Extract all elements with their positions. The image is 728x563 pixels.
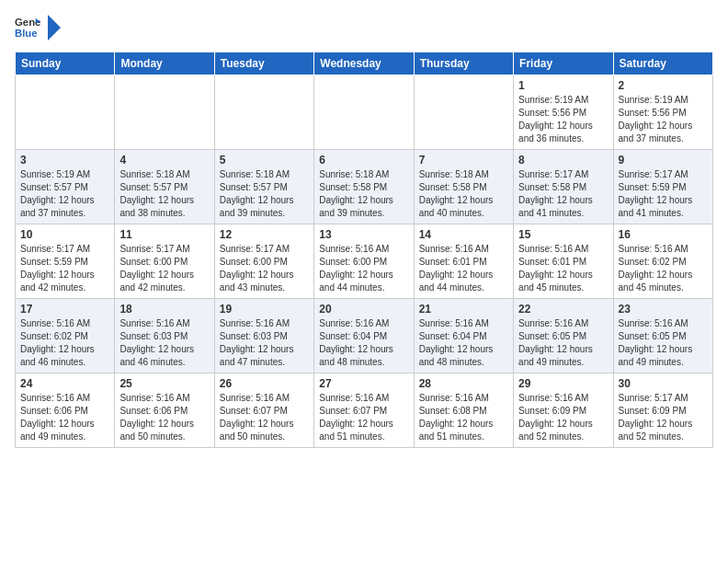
calendar-day-cell: 30Sunrise: 5:17 AM Sunset: 6:09 PM Dayli… [613,373,712,448]
calendar-day-cell: 15Sunrise: 5:16 AM Sunset: 6:01 PM Dayli… [514,224,613,299]
svg-marker-3 [48,15,61,40]
calendar-day-cell: 28Sunrise: 5:16 AM Sunset: 6:08 PM Dayli… [414,373,513,448]
day-number: 20 [319,303,408,316]
day-info: Sunrise: 5:16 AM Sunset: 6:08 PM Dayligh… [419,392,508,443]
day-number: 10 [20,228,109,241]
svg-text:Blue: Blue [15,28,38,39]
day-number: 15 [518,228,608,241]
day-number: 13 [319,228,408,241]
day-number: 14 [419,228,508,241]
calendar-day-header: Sunday [16,52,115,75]
calendar-day-cell: 27Sunrise: 5:16 AM Sunset: 6:07 PM Dayli… [314,373,414,448]
calendar-day-cell: 3Sunrise: 5:19 AM Sunset: 5:57 PM Daylig… [16,150,115,224]
day-number: 3 [20,154,109,167]
calendar-day-cell: 10Sunrise: 5:17 AM Sunset: 5:59 PM Dayli… [16,224,115,299]
day-number: 1 [518,79,608,92]
day-info: Sunrise: 5:16 AM Sunset: 6:07 PM Dayligh… [319,392,408,443]
logo-icon: General Blue [15,15,40,40]
calendar-day-cell: 2Sunrise: 5:19 AM Sunset: 5:56 PM Daylig… [613,75,712,150]
day-number: 22 [518,303,608,316]
calendar-day-cell: 25Sunrise: 5:16 AM Sunset: 6:06 PM Dayli… [115,373,214,448]
calendar-day-cell: 26Sunrise: 5:16 AM Sunset: 6:07 PM Dayli… [214,373,313,448]
calendar-day-cell: 24Sunrise: 5:16 AM Sunset: 6:06 PM Dayli… [16,373,115,448]
day-info: Sunrise: 5:16 AM Sunset: 6:00 PM Dayligh… [319,243,408,294]
day-info: Sunrise: 5:16 AM Sunset: 6:05 PM Dayligh… [518,317,608,369]
calendar-day-header: Thursday [414,52,513,75]
calendar-day-cell: 9Sunrise: 5:17 AM Sunset: 5:59 PM Daylig… [613,150,712,224]
day-number: 19 [220,303,309,316]
day-number: 17 [20,303,109,316]
calendar-day-cell [115,75,214,150]
calendar-week-row: 17Sunrise: 5:16 AM Sunset: 6:02 PM Dayli… [16,299,713,373]
day-number: 9 [619,154,708,167]
calendar-day-cell: 12Sunrise: 5:17 AM Sunset: 6:00 PM Dayli… [214,224,313,299]
calendar-day-cell: 6Sunrise: 5:18 AM Sunset: 5:58 PM Daylig… [314,150,414,224]
calendar-day-cell: 5Sunrise: 5:18 AM Sunset: 5:57 PM Daylig… [214,150,313,224]
calendar-day-cell: 11Sunrise: 5:17 AM Sunset: 6:00 PM Dayli… [115,224,214,299]
day-info: Sunrise: 5:19 AM Sunset: 5:57 PM Dayligh… [20,168,109,220]
day-number: 16 [619,228,708,241]
day-info: Sunrise: 5:16 AM Sunset: 6:07 PM Dayligh… [220,392,309,443]
day-number: 8 [518,154,608,167]
day-info: Sunrise: 5:17 AM Sunset: 5:59 PM Dayligh… [20,243,109,294]
day-info: Sunrise: 5:17 AM Sunset: 6:00 PM Dayligh… [220,243,309,294]
calendar-day-cell: 23Sunrise: 5:16 AM Sunset: 6:05 PM Dayli… [613,299,712,373]
day-info: Sunrise: 5:18 AM Sunset: 5:58 PM Dayligh… [319,168,408,220]
calendar-day-cell: 7Sunrise: 5:18 AM Sunset: 5:58 PM Daylig… [414,150,513,224]
calendar-week-row: 3Sunrise: 5:19 AM Sunset: 5:57 PM Daylig… [16,150,713,224]
day-info: Sunrise: 5:16 AM Sunset: 6:03 PM Dayligh… [220,317,309,369]
day-number: 7 [419,154,508,167]
day-number: 28 [419,377,508,390]
calendar-day-header: Friday [514,52,613,75]
logo: General Blue [15,15,61,40]
calendar-day-cell: 14Sunrise: 5:16 AM Sunset: 6:01 PM Dayli… [414,224,513,299]
day-info: Sunrise: 5:18 AM Sunset: 5:58 PM Dayligh… [419,168,508,220]
calendar-header-row: SundayMondayTuesdayWednesdayThursdayFrid… [16,52,713,75]
day-number: 26 [220,377,309,390]
day-number: 12 [220,228,309,241]
day-number: 5 [220,154,309,167]
calendar-table: SundayMondayTuesdayWednesdayThursdayFrid… [15,52,713,448]
day-number: 18 [119,303,209,316]
day-info: Sunrise: 5:16 AM Sunset: 6:06 PM Dayligh… [119,392,209,443]
day-info: Sunrise: 5:16 AM Sunset: 6:04 PM Dayligh… [419,317,508,369]
day-info: Sunrise: 5:16 AM Sunset: 6:06 PM Dayligh… [20,392,109,443]
page-header: General Blue [15,15,713,40]
day-info: Sunrise: 5:16 AM Sunset: 6:09 PM Dayligh… [518,392,608,443]
calendar-week-row: 1Sunrise: 5:19 AM Sunset: 5:56 PM Daylig… [16,75,713,150]
calendar-week-row: 24Sunrise: 5:16 AM Sunset: 6:06 PM Dayli… [16,373,713,448]
day-number: 6 [319,154,408,167]
calendar-day-cell [16,75,115,150]
calendar-day-header: Monday [115,52,214,75]
calendar-week-row: 10Sunrise: 5:17 AM Sunset: 5:59 PM Dayli… [16,224,713,299]
calendar-day-cell [314,75,414,150]
calendar-day-cell [414,75,513,150]
day-number: 30 [619,377,708,390]
day-info: Sunrise: 5:16 AM Sunset: 6:02 PM Dayligh… [20,317,109,369]
day-number: 2 [619,79,708,92]
day-info: Sunrise: 5:19 AM Sunset: 5:56 PM Dayligh… [518,94,608,145]
day-info: Sunrise: 5:17 AM Sunset: 6:09 PM Dayligh… [619,392,708,443]
calendar-day-cell: 20Sunrise: 5:16 AM Sunset: 6:04 PM Dayli… [314,299,414,373]
calendar-day-cell [214,75,313,150]
day-info: Sunrise: 5:16 AM Sunset: 6:05 PM Dayligh… [619,317,708,369]
day-info: Sunrise: 5:17 AM Sunset: 5:59 PM Dayligh… [619,168,708,220]
logo-triangle-icon [48,15,61,40]
day-info: Sunrise: 5:18 AM Sunset: 5:57 PM Dayligh… [220,168,309,220]
day-info: Sunrise: 5:17 AM Sunset: 6:00 PM Dayligh… [119,243,209,294]
calendar-day-cell: 22Sunrise: 5:16 AM Sunset: 6:05 PM Dayli… [514,299,613,373]
calendar-day-cell: 21Sunrise: 5:16 AM Sunset: 6:04 PM Dayli… [414,299,513,373]
day-info: Sunrise: 5:16 AM Sunset: 6:01 PM Dayligh… [518,243,608,294]
calendar-day-cell: 18Sunrise: 5:16 AM Sunset: 6:03 PM Dayli… [115,299,214,373]
day-number: 29 [518,377,608,390]
day-number: 4 [119,154,209,167]
calendar-day-header: Wednesday [314,52,414,75]
day-number: 11 [119,228,209,241]
day-number: 21 [419,303,508,316]
calendar-day-header: Tuesday [214,52,313,75]
day-number: 27 [319,377,408,390]
calendar-day-cell: 16Sunrise: 5:16 AM Sunset: 6:02 PM Dayli… [613,224,712,299]
calendar-day-cell: 17Sunrise: 5:16 AM Sunset: 6:02 PM Dayli… [16,299,115,373]
day-number: 23 [619,303,708,316]
calendar-day-header: Saturday [613,52,712,75]
